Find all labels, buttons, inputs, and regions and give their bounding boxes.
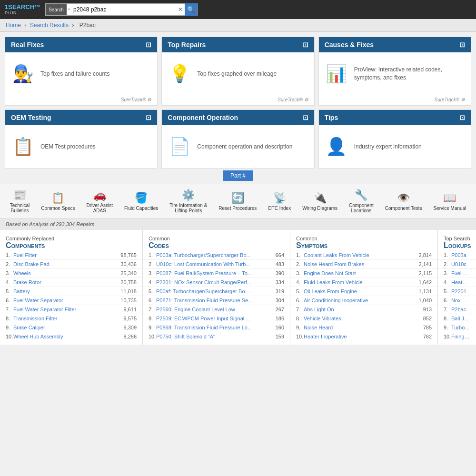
row-link-3-1[interactable]: U010c xyxy=(451,261,470,267)
card-4[interactable]: Component Operation ⊡ 📄 Component operat… xyxy=(161,109,314,169)
row-link-0-4[interactable]: Battery xyxy=(13,288,118,294)
search-bar: Search • ✕ 🔍 xyxy=(45,3,198,16)
table-row: 5. Oil Leaks From Engine 1,131 xyxy=(290,287,437,296)
row-link-1-2[interactable]: P0087: Fuel Rail/System Pressure – To... xyxy=(156,270,273,276)
row-link-3-7[interactable]: Ball Join... xyxy=(451,316,470,321)
row-link-2-4[interactable]: Oil Leaks From Engine xyxy=(304,288,416,294)
card-icon-5: 👤 xyxy=(325,137,348,157)
row-link-0-1[interactable]: Disc Brake Pad xyxy=(13,261,118,267)
row-link-1-9[interactable]: P0750: Shift Solenoid "A" xyxy=(156,334,273,339)
row-link-3-6[interactable]: P2bac xyxy=(451,307,470,312)
row-val-2-3: 1,642 xyxy=(418,279,432,285)
row-link-1-8[interactable]: P0868: Transmission Fluid Pressure Lo... xyxy=(156,325,273,330)
table-row: 10. Wheel Hub Assembly 8,286 xyxy=(0,332,142,341)
row-link-3-2[interactable]: Fuel Filte... xyxy=(451,270,470,276)
table-row: 3. Wheels 25,340 xyxy=(0,269,142,278)
row-link-1-5[interactable]: P0871: Transmission Fluid Pressure Se... xyxy=(156,298,273,303)
row-num-1-0: 1. xyxy=(149,252,156,258)
table-row: 4. Fluid Leaks From Vehicle 1,642 xyxy=(290,278,437,287)
row-link-1-6[interactable]: P2560: Engine Coolant Level Low xyxy=(156,307,273,312)
row-link-3-5[interactable]: Nox Sen... xyxy=(451,298,470,303)
row-link-1-7[interactable]: P2509: ECM/PCM Power Input Signal ... xyxy=(156,316,273,321)
analysis-bar: Based on Analysis of 293,304 Repairs xyxy=(0,218,476,230)
row-num-3-8: 9. xyxy=(444,325,451,330)
row-link-3-9[interactable]: Firing Or... xyxy=(451,334,470,339)
table-row: 1. P003a: Turbocharger/Supercharger Bo..… xyxy=(143,251,290,260)
row-link-0-2[interactable]: Wheels xyxy=(13,270,118,276)
toolbar-btn-6[interactable]: 📡 DTC Index xyxy=(263,190,296,213)
row-link-2-9[interactable]: Heater Inoperative xyxy=(304,334,420,339)
row-link-1-1[interactable]: U010c: Lost Communication With Turb... xyxy=(156,261,273,267)
card-expand-5[interactable]: ⊡ xyxy=(459,114,465,121)
toolbar-label-7: Wiring Diagrams xyxy=(302,206,337,211)
row-num-3-1: 2. xyxy=(444,261,451,267)
row-num-2-2: 3. xyxy=(296,270,304,276)
card-expand-2[interactable]: ⊡ xyxy=(459,41,465,49)
toolbar-btn-0[interactable]: 📰 TechnicalBulletins xyxy=(5,187,35,215)
row-link-2-2[interactable]: Engine Does Not Start xyxy=(304,270,416,276)
search-clear-icon[interactable]: ✕ xyxy=(176,6,185,13)
card-icon-0: 👨‍🔧 xyxy=(11,64,35,84)
row-num-0-1: 2. xyxy=(6,261,13,267)
toolbar-btn-2[interactable]: 🚗 Driver AssistADAS xyxy=(82,187,118,215)
card-0[interactable]: Real Fixes ⊡ 👨‍🔧 Top fixes and failure c… xyxy=(5,37,158,106)
toolbar-btn-3[interactable]: 🪣 Fluid Capacities xyxy=(119,190,163,213)
row-link-3-0[interactable]: P003a xyxy=(451,252,470,258)
row-link-0-3[interactable]: Brake Rotor xyxy=(13,279,118,285)
row-val-1-4: 319 xyxy=(276,288,284,294)
toolbar-btn-8[interactable]: 🔧 ComponentLocations xyxy=(344,187,378,215)
toolbar-label-5: Reset Procedures xyxy=(218,206,257,211)
row-link-1-3[interactable]: P2201: NOx Sensor Circuit Range/Perf... xyxy=(156,279,273,285)
card-2[interactable]: Causes & Fixes ⊡ 📊 ProView: Interactive … xyxy=(318,37,471,106)
toolbar-icon-6: 📡 xyxy=(273,192,286,204)
card-expand-1[interactable]: ⊡ xyxy=(303,41,308,49)
toolbar-btn-4[interactable]: ⚙️ Tire Information &Lifting Points xyxy=(165,187,212,215)
row-link-0-6[interactable]: Fuel Water Separator Filter xyxy=(13,307,120,312)
row-link-3-3[interactable]: Heater C... xyxy=(451,279,470,285)
row-num-0-0: 1. xyxy=(6,252,13,258)
toolbar-btn-1[interactable]: 📋 Common Specs xyxy=(36,190,79,213)
card-expand-0[interactable]: ⊡ xyxy=(146,41,151,49)
row-link-0-9[interactable]: Wheel Hub Assembly xyxy=(13,334,120,339)
row-link-3-8[interactable]: Turbo... xyxy=(451,325,470,330)
table-row: 3. P0087: Fuel Rail/System Pressure – To… xyxy=(143,269,290,278)
row-link-2-6[interactable]: Abs Light On xyxy=(304,307,420,312)
card-5[interactable]: Tips ⊡ 👤 Industry expert information xyxy=(318,109,471,169)
breadcrumb-results[interactable]: Search Results xyxy=(30,22,69,29)
toolbar-btn-7[interactable]: 🔌 Wiring Diagrams xyxy=(298,190,342,213)
row-link-2-0[interactable]: Coolant Leaks From Vehicle xyxy=(304,252,416,258)
card-3[interactable]: OEM Testing ⊡ 📋 OEM Test procedures xyxy=(5,109,158,169)
toolbar-btn-5[interactable]: 🔄 Reset Procedures xyxy=(214,190,261,213)
breadcrumb-home[interactable]: Home xyxy=(6,22,21,29)
row-num-1-9: 10. xyxy=(149,334,156,339)
row-link-2-3[interactable]: Fluid Leaks From Vehicle xyxy=(304,279,416,285)
col-sub-1: Common xyxy=(149,236,284,241)
row-link-1-4[interactable]: P00af: Turbocharger/Supercharger Bo... xyxy=(156,288,273,294)
card-expand-4[interactable]: ⊡ xyxy=(303,114,308,121)
col-sub-3: Top Search xyxy=(444,236,470,241)
part-number-bar[interactable]: Part # xyxy=(223,170,253,181)
row-link-2-1[interactable]: Noise Heard From Brakes xyxy=(304,261,416,267)
card-expand-3[interactable]: ⊡ xyxy=(146,114,151,121)
row-link-0-0[interactable]: Fuel Filter xyxy=(13,252,118,258)
search-button[interactable]: 🔍 xyxy=(185,3,197,16)
search-input[interactable] xyxy=(71,6,176,13)
row-num-3-7: 8. xyxy=(444,316,451,321)
row-link-0-7[interactable]: Transmission Filter xyxy=(13,316,120,321)
row-link-0-8[interactable]: Brake Caliper xyxy=(13,325,120,330)
card-body-0: 👨‍🔧 Top fixes and failure counts xyxy=(5,52,157,95)
toolbar-icon-7: 🔌 xyxy=(314,192,327,204)
toolbar-label-6: DTC Index xyxy=(268,206,291,211)
row-link-2-5[interactable]: Air Conditioning Inoperative xyxy=(304,298,416,303)
row-link-1-0[interactable]: P003a: Turbocharger/Supercharger Bo... xyxy=(156,252,273,258)
toolbar-icon-1: 📋 xyxy=(51,192,64,204)
card-footer-1: SureTrack® ⚙ xyxy=(162,95,314,105)
row-link-2-7[interactable]: Vehicle Vibrates xyxy=(304,316,420,321)
toolbar-btn-9[interactable]: 👁️ Component Tests xyxy=(380,190,427,213)
row-link-2-8[interactable]: Noise Heard xyxy=(304,325,420,330)
toolbar-btn-10[interactable]: 📖 Service Manual xyxy=(428,190,471,213)
row-link-0-5[interactable]: Fuel Water Separator xyxy=(13,298,118,303)
card-header-5: Tips ⊡ xyxy=(319,110,471,125)
card-1[interactable]: Top Repairs ⊡ 💡 Top fixes graphed over m… xyxy=(161,37,314,106)
row-link-3-4[interactable]: P2201 xyxy=(451,288,470,294)
